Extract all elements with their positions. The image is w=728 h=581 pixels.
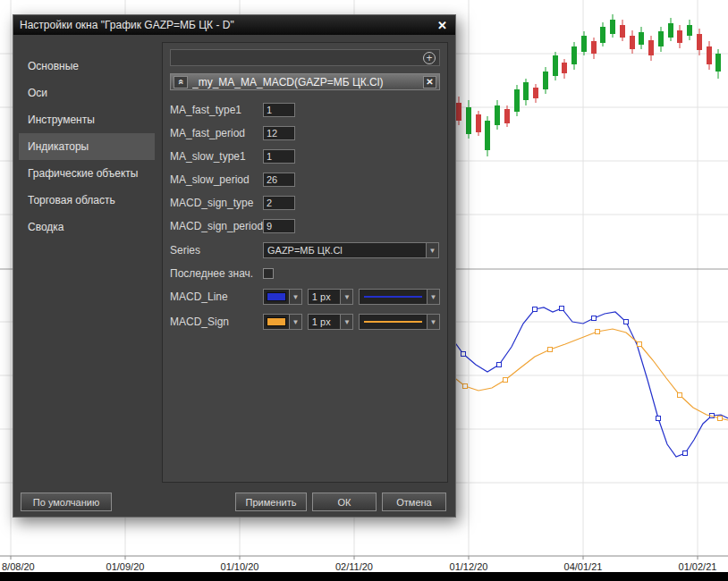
param-row: MA_fast_period — [170, 126, 440, 140]
macd-sign-style-select[interactable]: ▼ — [359, 314, 440, 330]
line-style-preview — [364, 296, 422, 298]
svg-text:01/09/20: 01/09/20 — [106, 561, 145, 572]
dialog-title: Настройки окна "График GAZP=МБ ЦК - D" — [20, 19, 436, 31]
series-row: Series GAZP=МБ ЦК.Cl ▼ — [170, 242, 440, 258]
macd-line-width-select[interactable]: 1 px ▼ — [308, 289, 354, 305]
param-row: MA_slow_type1 — [170, 149, 440, 164]
param-row: MACD_sign_period — [170, 219, 440, 233]
series-select[interactable]: GAZP=МБ ЦК.Cl ▼ — [263, 242, 439, 258]
sidebar-item-axes[interactable]: Оси — [19, 80, 155, 106]
param-label: MA_fast_period — [170, 127, 263, 139]
indicator-title: _my_MA_MA_MACD(GAZP=МБ ЦК.Cl) — [192, 76, 423, 88]
sidebar-item-general[interactable]: Основные — [19, 53, 155, 80]
ok-button[interactable]: ОК — [312, 493, 377, 511]
dialog-button-bar: По умолчанию Применить ОК Отмена — [13, 488, 455, 517]
macd-line-label: MACD_Line — [170, 290, 263, 303]
macd-sign-width-select[interactable]: 1 px ▼ — [308, 314, 354, 330]
macd-line-color-select[interactable]: ▼ — [263, 289, 302, 305]
apply-button[interactable]: Применить — [235, 493, 307, 511]
indicator-header: « _my_MA_MA_MACD(GAZP=МБ ЦК.Cl) ✕ — [170, 73, 440, 90]
svg-text:01/12/20: 01/12/20 — [450, 561, 488, 572]
param-label: MACD_sign_period — [170, 220, 263, 232]
default-button[interactable]: По умолчанию — [21, 493, 112, 511]
sidebar-item-indicators[interactable]: Индикаторы — [19, 133, 155, 160]
sidebar-item-graphic-objects[interactable]: Графические объекты — [19, 160, 155, 187]
macd-line-row: MACD_Line ▼ 1 px ▼ ▼ — [170, 289, 440, 305]
dialog-titlebar[interactable]: Настройки окна "График GAZP=МБ ЦК - D" ✕ — [13, 15, 455, 35]
param-label: MACD_sign_type — [170, 197, 263, 209]
color-swatch — [267, 292, 286, 301]
param-row: MA_slow_period — [170, 173, 440, 187]
param-label: MA_slow_period — [170, 173, 263, 186]
settings-dialog: Настройки окна "График GAZP=МБ ЦК - D" ✕… — [13, 14, 456, 518]
color-swatch — [267, 317, 286, 326]
chevron-down-icon[interactable]: ▼ — [340, 290, 352, 304]
chevron-down-icon[interactable]: ▼ — [289, 315, 301, 329]
bottom-black-strip — [0, 572, 728, 581]
macd-sign-row: MACD_Sign ▼ 1 px ▼ ▼ — [170, 314, 440, 330]
sidebar: Основные Оси Инструменты Индикаторы Граф… — [19, 42, 155, 483]
ma-slow-type1-input[interactable] — [263, 149, 295, 164]
last-value-row: Последнее знач. — [170, 267, 440, 280]
svg-text:01/02/21: 01/02/21 — [679, 561, 717, 572]
param-label: MA_slow_type1 — [170, 150, 263, 163]
svg-text:8/08/20: 8/08/20 — [2, 561, 35, 572]
sidebar-item-trading-area[interactable]: Торговая область — [19, 187, 155, 214]
ma-fast-period-input[interactable] — [263, 126, 295, 140]
svg-text:01/10/20: 01/10/20 — [221, 561, 259, 572]
svg-text:02/11/20: 02/11/20 — [335, 561, 373, 572]
macd-sign-type-input[interactable] — [263, 196, 295, 210]
remove-indicator-icon[interactable]: ✕ — [423, 76, 436, 88]
ma-fast-type1-input[interactable] — [263, 103, 295, 117]
param-label: MA_fast_type1 — [170, 104, 263, 116]
ma-slow-period-input[interactable] — [263, 173, 295, 187]
line-width-value: 1 px — [309, 291, 341, 302]
macd-sign-label: MACD_Sign — [170, 316, 263, 328]
cancel-button[interactable]: Отмена — [382, 493, 446, 511]
chevron-up-icon: « — [176, 79, 186, 84]
indicator-panel: + « _my_MA_MA_MACD(GAZP=МБ ЦК.Cl) ✕ MA_f… — [162, 42, 448, 483]
macd-sign-color-select[interactable]: ▼ — [263, 314, 302, 330]
param-row: MACD_sign_type — [170, 196, 440, 210]
chevron-down-icon[interactable]: ▼ — [289, 290, 301, 304]
last-value-checkbox[interactable] — [263, 268, 274, 279]
series-value: GAZP=МБ ЦК.Cl — [264, 245, 426, 256]
macd-sign-period-input[interactable] — [263, 219, 295, 233]
chevron-down-icon[interactable]: ▼ — [340, 315, 352, 329]
macd-line-style-select[interactable]: ▼ — [359, 289, 440, 305]
sidebar-item-summary[interactable]: Сводка — [19, 214, 155, 240]
sidebar-item-instruments[interactable]: Инструменты — [19, 106, 155, 133]
last-value-label: Последнее знач. — [170, 267, 263, 280]
collapse-icon[interactable]: « — [174, 76, 188, 88]
chevron-down-icon[interactable]: ▼ — [427, 290, 439, 304]
chevron-down-icon[interactable]: ▼ — [426, 243, 438, 257]
line-width-value: 1 px — [309, 316, 341, 327]
add-indicator-row[interactable]: + — [170, 49, 440, 66]
param-row: MA_fast_type1 — [170, 103, 440, 117]
chevron-down-icon[interactable]: ▼ — [427, 315, 439, 329]
svg-text:04/01/21: 04/01/21 — [564, 561, 603, 572]
series-label: Series — [170, 244, 263, 257]
close-icon[interactable]: ✕ — [436, 19, 449, 32]
line-style-preview — [364, 321, 422, 323]
add-indicator-icon[interactable]: + — [423, 52, 436, 64]
